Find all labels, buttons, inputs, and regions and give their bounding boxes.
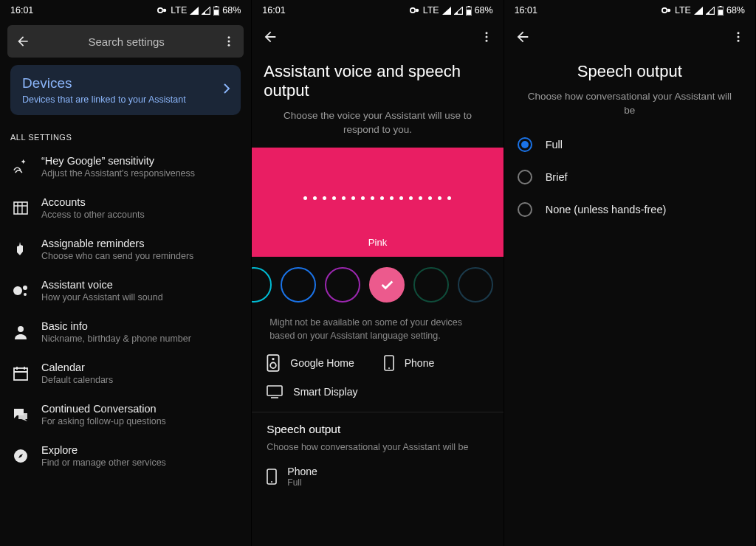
- option-full[interactable]: Full: [504, 128, 755, 161]
- option-brief[interactable]: Brief: [504, 161, 755, 193]
- device-label: Phone: [405, 357, 434, 369]
- app-bar: [252, 21, 503, 56]
- setting-title: Continued Conversation: [41, 403, 241, 415]
- svg-rect-11: [14, 368, 27, 380]
- battery-icon: [213, 6, 219, 15]
- back-icon[interactable]: [262, 29, 278, 48]
- svg-point-17: [485, 36, 487, 38]
- svg-point-26: [271, 481, 272, 483]
- svg-point-32: [737, 40, 739, 42]
- voice-option-green[interactable]: [413, 267, 449, 303]
- assistant-icon: [12, 282, 30, 300]
- voice-option-blue[interactable]: [281, 267, 316, 303]
- setting-reminders[interactable]: Assignable reminders Choose who can send…: [0, 229, 251, 270]
- device-phone: Phone: [384, 354, 434, 372]
- setting-title: Assignable reminders: [41, 238, 241, 249]
- radio-icon: [518, 170, 532, 184]
- vpn-icon: [157, 7, 168, 14]
- voice-option-teal[interactable]: [458, 267, 493, 303]
- back-icon[interactable]: [13, 34, 32, 49]
- device-label: Smart Display: [293, 386, 357, 398]
- svg-point-31: [737, 36, 739, 38]
- explore-icon: [12, 447, 30, 465]
- speaker-icon: [267, 354, 280, 372]
- availability-note: Might not be available on some of your d…: [252, 316, 503, 354]
- option-label: Brief: [546, 171, 568, 183]
- setting-calendar[interactable]: Calendar Default calendars: [0, 353, 251, 394]
- more-icon[interactable]: [480, 30, 493, 46]
- setting-subtitle: Find or manage other services: [41, 457, 241, 468]
- page-subtitle: Choose how conversational your Assistant…: [504, 86, 755, 128]
- setting-continued-conversation[interactable]: Continued Conversation For asking follow…: [0, 394, 251, 435]
- setting-title: Accounts: [41, 196, 241, 208]
- svg-point-9: [24, 293, 27, 296]
- speech-output-subtitle: Choose how conversational your Assistant…: [252, 442, 503, 466]
- search-bar[interactable]: Search settings: [7, 25, 244, 58]
- network-type: LTE: [675, 5, 691, 15]
- page-title: Speech output: [504, 56, 755, 86]
- setting-subtitle: How your Assistant will sound: [41, 292, 241, 303]
- phone-icon: [267, 469, 277, 485]
- more-icon[interactable]: [732, 30, 745, 46]
- status-right: LTE 68%: [410, 5, 493, 15]
- status-bar: 16:01 LTE 68%: [252, 0, 503, 21]
- page-title: Assistant voice and speech output: [252, 56, 503, 105]
- setting-title: “Hey Google” sensitivity: [41, 155, 241, 167]
- calendar-icon: [12, 364, 30, 382]
- sensitivity-icon: [12, 158, 30, 176]
- back-icon[interactable]: [515, 29, 531, 48]
- signal-icon-1: [694, 7, 703, 15]
- setting-voice[interactable]: Assistant voice How your Assistant will …: [0, 270, 251, 311]
- chat-icon: [12, 406, 30, 424]
- device-google-home: Google Home: [267, 354, 354, 372]
- voice-preview-card[interactable]: Pink: [252, 148, 503, 257]
- signal-icon-1: [190, 7, 199, 15]
- divider: [252, 412, 503, 412]
- svg-point-10: [18, 326, 24, 332]
- svg-point-20: [272, 358, 275, 360]
- status-right: LTE 68%: [157, 5, 241, 15]
- setting-accounts[interactable]: Accounts Access to other accounts: [0, 187, 251, 229]
- setting-basic-info[interactable]: Basic info Nickname, birthday & phone nu…: [0, 311, 251, 353]
- svg-point-3: [228, 36, 230, 38]
- setting-explore[interactable]: Explore Find or manage other services: [0, 435, 251, 477]
- speech-output-pane: 16:01 LTE 68% Speech output Choose how c…: [504, 0, 756, 546]
- svg-point-7: [13, 286, 22, 295]
- voice-option-purple[interactable]: [325, 267, 360, 303]
- svg-point-30: [737, 32, 739, 34]
- speech-output-title: Speech output: [252, 423, 503, 442]
- battery-percent: 68%: [222, 5, 241, 15]
- battery-icon: [466, 6, 472, 15]
- device-list: Google Home Phone Smart Display: [252, 354, 503, 409]
- option-label: Full: [546, 139, 563, 151]
- status-time: 16:01: [515, 5, 537, 15]
- setting-title: Assistant voice: [41, 279, 241, 291]
- setting-title: Basic info: [41, 320, 241, 332]
- status-right: LTE 68%: [662, 5, 745, 15]
- waveform-icon: [252, 196, 503, 200]
- setting-hey-google[interactable]: “Hey Google” sensitivity Adjust the Assi…: [0, 146, 251, 187]
- vpn-icon: [410, 7, 420, 14]
- svg-point-23: [388, 367, 390, 369]
- voice-option-cyan[interactable]: [252, 267, 272, 303]
- device-smart-display: Smart Display: [267, 385, 357, 398]
- page-subtitle: Choose the voice your Assistant will use…: [252, 105, 503, 148]
- svg-point-5: [228, 44, 230, 46]
- setting-subtitle: Default calendars: [41, 375, 241, 385]
- status-time: 16:01: [262, 5, 285, 15]
- svg-rect-24: [267, 386, 282, 395]
- phone-icon: [384, 355, 394, 371]
- speech-output-phone[interactable]: Phone Full: [252, 466, 503, 488]
- more-icon[interactable]: [220, 35, 238, 48]
- voice-name: Pink: [252, 237, 503, 248]
- svg-point-21: [271, 362, 277, 368]
- signal-icon-2: [202, 7, 210, 15]
- search-placeholder[interactable]: Search settings: [32, 35, 220, 48]
- svg-rect-6: [14, 202, 27, 214]
- devices-card[interactable]: Devices Devices that are linked to your …: [10, 65, 241, 115]
- option-none[interactable]: None (unless hands-free): [504, 193, 755, 226]
- svg-rect-29: [718, 10, 723, 15]
- voice-option-pink[interactable]: [369, 267, 405, 303]
- status-bar: 16:01 LTE 68%: [504, 0, 755, 21]
- settings-list-pane: 16:01 LTE 68% Search settings Devices De…: [0, 0, 252, 546]
